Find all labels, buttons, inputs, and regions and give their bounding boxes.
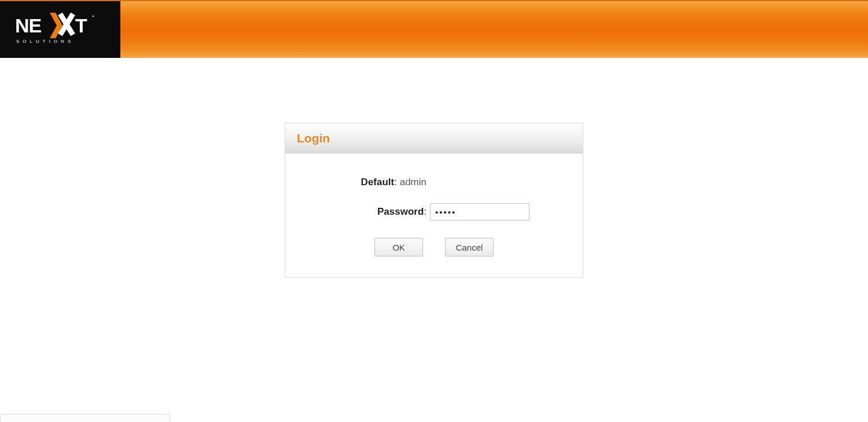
svg-text:NE: NE — [15, 14, 42, 36]
header-accent-bar — [120, 1, 868, 58]
password-label: Password — [377, 206, 424, 217]
login-panel-header: Login — [285, 123, 583, 153]
default-label: Default — [361, 177, 395, 188]
main-content: Login Default: admin Password: OK Cancel — [0, 58, 868, 278]
default-label-wrap: Default: admin — [303, 177, 430, 188]
brand-tagline: SOLUTIONS — [16, 39, 74, 44]
default-value: admin — [400, 177, 426, 188]
password-label-wrap: Password: — [303, 206, 430, 218]
brand-logo: NE T SOLUTIONS — [0, 1, 120, 58]
cancel-button[interactable]: Cancel — [445, 238, 494, 256]
nexxt-logo-icon: NE T SOLUTIONS — [14, 9, 106, 50]
login-panel: Login Default: admin Password: OK Cancel — [285, 123, 583, 278]
svg-point-5 — [93, 16, 94, 17]
password-row: Password: — [303, 203, 565, 221]
default-colon: : — [394, 177, 399, 188]
svg-text:T: T — [75, 14, 87, 36]
login-buttons: OK Cancel — [303, 238, 565, 256]
page-header: NE T SOLUTIONS — [0, 0, 868, 58]
default-user-row: Default: admin — [303, 177, 565, 188]
login-title: Login — [297, 131, 330, 145]
ok-button[interactable]: OK — [374, 238, 423, 256]
login-panel-body: Default: admin Password: OK Cancel — [285, 153, 583, 277]
password-colon: : — [424, 206, 426, 217]
password-input[interactable] — [430, 203, 529, 221]
browser-status-bar — [0, 414, 170, 422]
